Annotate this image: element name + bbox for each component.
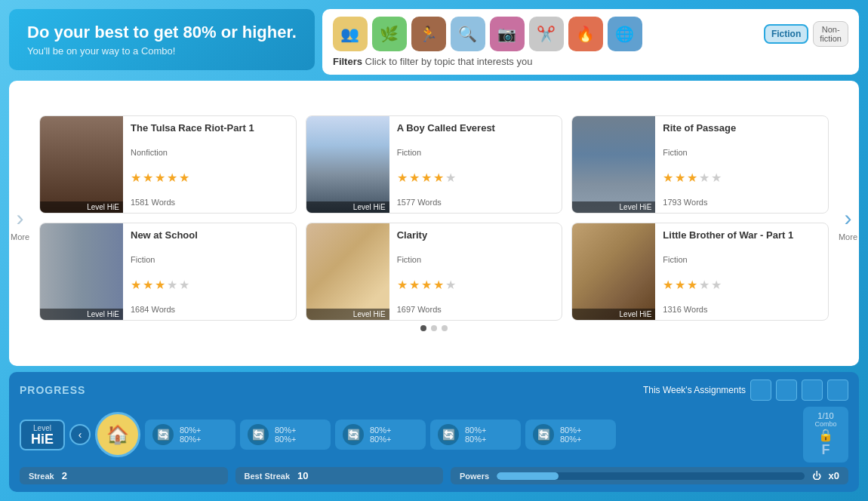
card-title: New at School (131, 229, 288, 242)
star-full: ★ (663, 278, 673, 292)
card-item[interactable]: Level HiE The Tulsa Race Riot-Part 1 Non… (39, 115, 297, 214)
card-item[interactable]: Level HiE Little Brother of War - Part 1… (571, 223, 829, 321)
promo-box: Do your best to get 80% or higher. You'l… (9, 9, 315, 70)
star-full: ★ (397, 171, 408, 185)
dot-1[interactable] (420, 325, 426, 331)
nonfiction-filter-button[interactable]: Non- fiction (813, 21, 848, 47)
progress-item-2[interactable]: 🔄 80%+ 80%+ (240, 420, 331, 450)
star-full: ★ (155, 278, 165, 292)
progress-item-4[interactable]: 🔄 80%+ 80%+ (430, 420, 521, 450)
pct-label2: 80%+ (370, 435, 391, 444)
cards-grid: Level HiE The Tulsa Race Riot-Part 1 Non… (39, 115, 829, 321)
card-info: A Boy Called Everest Fiction ★★★★★ 1577 … (389, 116, 562, 213)
card-item[interactable]: Level HiE New at School Fiction ★★★★★ 16… (39, 223, 297, 321)
card-image: Level HiE (40, 223, 123, 320)
pct-label: 80%+ (560, 426, 581, 435)
card-stars: ★★★★★ (131, 278, 288, 292)
card-genre: Fiction (131, 255, 288, 264)
card-words: 1581 Words (131, 198, 288, 207)
main-content: › More Level HiE The Tulsa Race Riot-Par… (9, 81, 859, 366)
card-genre: Fiction (663, 255, 820, 264)
card-image: Level HiE (572, 116, 655, 213)
progress-items-row: Level HiE ‹ 🏠 🔄 80%+ 80%+ 🔄 80%+ 80%+ 🔄 … (20, 407, 848, 463)
best-streak-bar: Best Streak 10 (235, 467, 444, 484)
filters-box: 👥🌿🏃🔍📷✂️🔥🌐 Fiction Non- fiction Filters C… (322, 9, 859, 75)
assignment-box-4[interactable] (827, 380, 848, 401)
star-full: ★ (421, 171, 432, 185)
next-arrow-button[interactable]: › More (839, 205, 857, 241)
assignment-box-1[interactable] (750, 380, 771, 401)
card-genre: Fiction (397, 148, 555, 157)
card-item[interactable]: Level HiE A Boy Called Everest Fiction ★… (306, 115, 563, 214)
pct-label: 80%+ (370, 426, 391, 435)
pct-label2: 80%+ (275, 435, 296, 444)
progress-title: PROGRESS (20, 384, 85, 396)
assignment-box-2[interactable] (776, 380, 797, 401)
star-full: ★ (663, 171, 673, 185)
search-icon[interactable]: 🔍 (451, 17, 485, 51)
camera-icon[interactable]: 📷 (490, 17, 525, 51)
tools-icon[interactable]: ✂️ (529, 17, 564, 51)
level-badge-card: Level HiE (572, 309, 655, 320)
assignment-box-3[interactable] (802, 380, 823, 401)
level-badge: Level HiE (20, 420, 65, 450)
bottom-stats: Streak 2 Best Streak 10 Powers ⏻ x0 (20, 467, 848, 484)
filter-icons-row: 👥🌿🏃🔍📷✂️🔥🌐 Fiction Non- fiction (333, 17, 848, 51)
person-icon[interactable]: 🏃 (411, 17, 446, 51)
combo-label: Combo (814, 420, 836, 428)
card-title: Rite of Passage (663, 122, 820, 135)
fiction-filter-button[interactable]: Fiction (764, 24, 808, 44)
pagination-dots (39, 325, 829, 331)
progress-item-5[interactable]: 🔄 80%+ 80%+ (525, 420, 616, 450)
pct-label: 80%+ (180, 426, 201, 435)
left-chevron-icon: › (17, 205, 24, 231)
progress-item-3[interactable]: 🔄 80%+ 80%+ (335, 420, 426, 450)
world-icon[interactable]: 🌐 (608, 17, 642, 51)
fire-icon[interactable]: 🔥 (568, 17, 603, 51)
dot-3[interactable] (442, 325, 448, 331)
streak-value: 2 (62, 470, 67, 481)
powers-bar: Powers ⏻ x0 (451, 467, 848, 484)
dot-2[interactable] (431, 325, 437, 331)
star-full: ★ (421, 278, 432, 292)
week-assignments: This Week's Assignments (643, 380, 848, 401)
star-full: ★ (131, 278, 141, 292)
progress-icon: 🔄 (152, 424, 174, 445)
card-stars: ★★★★★ (663, 278, 820, 292)
card-stars: ★★★★★ (397, 278, 555, 292)
level-badge-card: Level HiE (40, 201, 123, 213)
progress-item-1[interactable]: 🔄 80%+ 80%+ (145, 420, 235, 450)
card-image: Level HiE (306, 223, 389, 320)
star-empty: ★ (445, 171, 456, 185)
promo-subtext: You'll be on your way to a Combo! (27, 45, 297, 57)
card-item[interactable]: Level HiE Clarity Fiction ★★★★★ 1697 Wor… (306, 223, 563, 321)
star-empty: ★ (699, 171, 709, 185)
progress-icon: 🔄 (533, 424, 554, 445)
pct-label: 80%+ (275, 426, 296, 435)
card-info: Clarity Fiction ★★★★★ 1697 Words (389, 223, 562, 320)
globe-icon[interactable]: 🌿 (372, 17, 407, 51)
pct-label2: 80%+ (180, 435, 201, 444)
top-section: Do your best to get 80% or higher. You'l… (9, 9, 859, 75)
card-item[interactable]: Level HiE Rite of Passage Fiction ★★★★★ … (571, 115, 829, 214)
card-stars: ★★★★★ (131, 171, 288, 185)
filter-description: Filters Click to filter by topic that in… (333, 56, 848, 67)
people-icon[interactable]: 👥 (333, 17, 368, 51)
progress-icon: 🔄 (343, 424, 364, 445)
prev-arrow-button[interactable]: › More (11, 205, 29, 241)
promo-headline: Do your best to get 80% or higher. (27, 23, 297, 42)
star-full: ★ (687, 278, 697, 292)
more-right-label: More (839, 232, 857, 241)
card-image: Level HiE (572, 223, 655, 320)
star-full: ★ (675, 171, 685, 185)
combo-box: 1/10 Combo 🔒 F (803, 407, 848, 463)
streak-bar: Streak 2 (20, 467, 228, 484)
level-text: Level (27, 424, 57, 432)
star-half: ★ (179, 171, 189, 185)
best-streak-value: 10 (297, 470, 308, 481)
card-title: A Boy Called Everest (397, 122, 555, 135)
star-full: ★ (397, 278, 408, 292)
star-full: ★ (155, 171, 165, 185)
card-genre: Fiction (663, 148, 820, 157)
prev-avatar-button[interactable]: ‹ (69, 424, 91, 445)
